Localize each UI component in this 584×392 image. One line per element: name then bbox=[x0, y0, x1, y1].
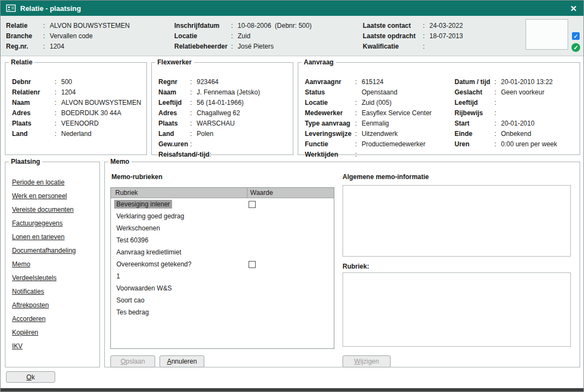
info-row: Geslacht : Geen voorkeur bbox=[455, 87, 557, 98]
plaatsing-link[interactable]: Vereiste documenten bbox=[12, 206, 74, 213]
memo-rubriek-row[interactable]: Overeenkomst getekend? bbox=[111, 258, 334, 270]
waarde-cell bbox=[247, 249, 334, 256]
blue-status-icon[interactable]: ✓ bbox=[572, 32, 580, 40]
plaatsing-nav: Periode en locatie Werk en personeel Ver… bbox=[12, 179, 76, 356]
rubriek-cell: Soort cao bbox=[111, 296, 247, 304]
header-col-relatie: Relatie : ALVON BOUWSYSTEMEN Branche : V… bbox=[6, 21, 129, 52]
relatie-rows: Debnr : 500 Relatienr : 1204 Naam : ALVO… bbox=[12, 77, 141, 139]
info-row: Naam : ALVON BOUWSYSTEMEN bbox=[12, 98, 141, 108]
algemene-memo-label: Algemene memo-informatie bbox=[343, 173, 429, 181]
waarde-cell bbox=[247, 297, 334, 304]
waarde-checkbox[interactable] bbox=[249, 261, 256, 268]
memo-rubriek-row[interactable]: Test 60396 bbox=[111, 234, 334, 246]
waarde-column-header: Waarde bbox=[247, 188, 334, 198]
plaatsing-nav-item: Documentafhandeling bbox=[12, 247, 76, 260]
info-row: Locatie : Zuid (005) bbox=[305, 98, 432, 108]
plaatsing-link[interactable]: Memo bbox=[12, 260, 30, 268]
memo-rubriek-row[interactable]: Soort cao bbox=[111, 294, 334, 306]
info-row: Land : Nederland bbox=[12, 129, 141, 139]
plaatsing-link[interactable]: Kopiëren bbox=[12, 329, 38, 336]
plaatsing-nav-item: Factuurgegevens bbox=[12, 219, 76, 233]
plaatsing-link[interactable]: Werk en personeel bbox=[12, 192, 67, 200]
waarde-checkbox[interactable] bbox=[249, 201, 256, 208]
memo-table-header: Rubriek Waarde bbox=[111, 188, 334, 198]
rubriek-label: Verklaring goed gedrag bbox=[114, 212, 186, 221]
info-row: Leveringswijze : Uitzendwerk bbox=[305, 129, 432, 139]
plaatsing-link[interactable]: Lonen en tarieven bbox=[12, 233, 64, 241]
info-row: Laatste contact : 24-03-2022 bbox=[363, 21, 463, 31]
memo-rubriek-row[interactable]: Voorwaarden W&S bbox=[111, 282, 334, 294]
waarde-cell bbox=[247, 201, 334, 208]
plaatsing-nav-item: Memo bbox=[12, 260, 76, 274]
rubriek-cell: Bevesiging inlener bbox=[111, 200, 247, 208]
memo-rubriek-row[interactable]: Bevesiging inlener bbox=[111, 198, 334, 210]
info-row: Rijbewijs : bbox=[455, 108, 557, 118]
photo-placeholder bbox=[526, 19, 568, 50]
info-row: Leeftijd : bbox=[455, 98, 557, 108]
flexwerker-legend: Flexwerker bbox=[155, 58, 194, 66]
plaatsing-link[interactable]: Accorderen bbox=[12, 315, 45, 323]
window-bottom-edge bbox=[1, 388, 583, 391]
waarde-cell bbox=[247, 213, 334, 220]
plaatsing-nav-item: Lonen en tarieven bbox=[12, 233, 76, 247]
memo-rubriek-row[interactable]: Tes bedrag bbox=[111, 306, 334, 318]
info-row: Adres : Chagallweg 62 bbox=[158, 108, 260, 118]
green-check-icon[interactable]: ✓ bbox=[571, 43, 580, 52]
waarde-cell bbox=[247, 261, 334, 268]
relation-card-icon bbox=[6, 4, 16, 12]
info-row: Locatie : Zuid bbox=[174, 31, 311, 41]
aanvraag-legend: Aanvraag bbox=[302, 58, 336, 66]
info-row: Relatiebeheerder : José Pieters bbox=[174, 41, 311, 52]
plaatsing-link[interactable]: Documentafhandeling bbox=[12, 247, 76, 254]
plaatsing-nav-item: Periode en locatie bbox=[12, 179, 76, 192]
relatie-legend: Relatie bbox=[9, 58, 34, 66]
plaatsing-link[interactable]: Factuurgegevens bbox=[12, 219, 63, 227]
info-row: Debnr : 500 bbox=[12, 77, 141, 87]
memo-table-body: Bevesiging inlener Verklaring goed gedra… bbox=[111, 198, 334, 318]
rubriek-memo-textarea[interactable] bbox=[343, 272, 571, 347]
info-row: Laatste opdracht : 18-07-2013 bbox=[363, 31, 463, 41]
aanvraag-fieldset: Aanvraag Aanvraagnr : 615124 Status Open… bbox=[298, 58, 580, 155]
plaatsing-link[interactable]: Verdeelsleutels bbox=[12, 274, 56, 282]
rubriek-cell: Tes bedrag bbox=[111, 308, 247, 316]
info-row: Branche : Vervallen code bbox=[6, 31, 129, 41]
relatie-fieldset: Relatie Debnr : 500 Relatienr : 1204 Naa… bbox=[5, 58, 147, 155]
plaatsing-nav-item: Verdeelsleutels bbox=[12, 274, 76, 288]
annuleren-button[interactable]: Annuleren bbox=[160, 355, 204, 367]
memo-rubriek-row[interactable]: Werkschoenen bbox=[111, 222, 334, 234]
opslaan-button[interactable]: Opslaan bbox=[110, 355, 155, 367]
wijzigen-button[interactable]: Wijzigen bbox=[343, 355, 391, 367]
rubriek-cell: Test 60396 bbox=[111, 236, 247, 244]
rubriek-cell: 1 bbox=[111, 272, 247, 280]
info-row: Functie : Productiemedewerker bbox=[305, 139, 432, 150]
ok-button[interactable]: Ok bbox=[6, 371, 55, 383]
memo-rubrieken-label: Memo-rubrieken bbox=[111, 173, 162, 181]
plaatsing-legend: Plaatsing bbox=[9, 158, 42, 165]
plaatsing-link[interactable]: Notificaties bbox=[12, 288, 44, 295]
algemene-memo-textarea[interactable] bbox=[343, 185, 571, 257]
info-row: Uren : 0:00 uren per week bbox=[455, 139, 557, 150]
flexwerker-rows: Regnr : 923464 Naam : J. Fennemaa (Jetsk… bbox=[158, 77, 260, 160]
close-icon[interactable]: ✕ bbox=[569, 4, 578, 13]
titlebar[interactable]: Relatie - plaatsing ✕ bbox=[1, 1, 583, 16]
plaatsing-link[interactable]: IKV bbox=[12, 342, 22, 350]
plaatsing-nav-item: Notificaties bbox=[12, 288, 76, 301]
rubriek-column-header: Rubriek bbox=[111, 188, 247, 198]
memo-rubriek-row[interactable]: Verklaring goed gedrag bbox=[111, 210, 334, 222]
waarde-cell bbox=[247, 273, 334, 280]
plaatsing-link[interactable]: Aftrekposten bbox=[12, 301, 49, 309]
info-row: Reg.nr. : 1204 bbox=[6, 41, 129, 52]
rubriek-memo-label: Rubriek: bbox=[343, 263, 369, 270]
memo-rubriek-row[interactable]: Aanvraag kredietlimiet bbox=[111, 246, 334, 258]
rubriek-label: Bevesiging inlener bbox=[114, 200, 172, 209]
header-col-inschrijving: Inschrijfdatum : 10-08-2006 (Debnr: 500)… bbox=[174, 21, 311, 52]
plaatsing-nav-item: IKV bbox=[12, 342, 76, 356]
plaatsing-nav-item: Kopiëren bbox=[12, 329, 76, 342]
info-row: Inschrijfdatum : 10-08-2006 (Debnr: 500) bbox=[174, 21, 311, 31]
info-row: Gew.uren : bbox=[158, 139, 260, 150]
rubriek-label: Soort cao bbox=[114, 296, 146, 305]
memo-rubriek-row[interactable]: 1 bbox=[111, 270, 334, 282]
memo-fieldset: Memo Memo-rubrieken Rubriek Waarde Beves… bbox=[104, 158, 580, 367]
plaatsing-nav-item: Accorderen bbox=[12, 315, 76, 329]
plaatsing-link[interactable]: Periode en locatie bbox=[12, 179, 64, 186]
